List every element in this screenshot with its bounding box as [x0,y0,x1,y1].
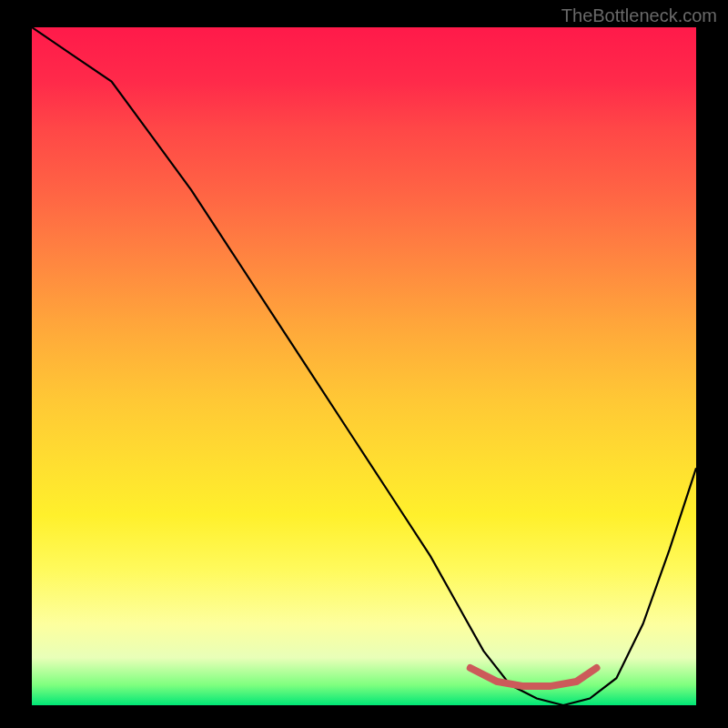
bottleneck-curve-line [32,27,696,705]
chart-svg [32,27,696,705]
chart-container [32,27,696,705]
optimal-band-line [470,668,597,686]
watermark-text: TheBottleneck.com [561,5,717,26]
